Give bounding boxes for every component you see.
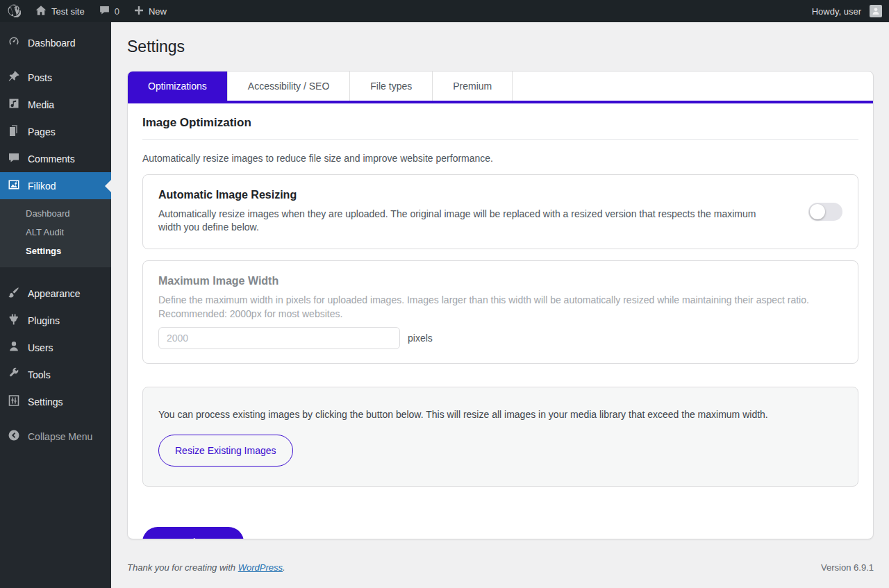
section-intro: Automatically resize images to reduce fi…	[142, 153, 858, 164]
tab-accessibility-seo[interactable]: Accessibility / SEO	[228, 72, 350, 101]
max-width-description: Define the maximum width in pixels for u…	[158, 294, 842, 321]
new-label: New	[149, 6, 167, 17]
tab-bar: Optimizations Accessibility / SEO File t…	[128, 72, 873, 101]
menu-separator	[0, 267, 111, 280]
sidebar-item-media[interactable]: Media	[0, 91, 111, 118]
comment-bubble-icon	[99, 4, 110, 18]
sidebar-item-tools[interactable]: Tools	[0, 361, 111, 388]
wordpress-link[interactable]: WordPress	[238, 562, 283, 573]
sidebar-item-users[interactable]: Users	[0, 334, 111, 361]
page-title: Settings	[127, 22, 874, 58]
paintbrush-icon	[7, 285, 21, 301]
howdy-menu[interactable]: Howdy, user	[805, 0, 889, 22]
collapse-menu-label: Collapse Menu	[28, 431, 92, 442]
settings-sliders-icon	[7, 394, 21, 410]
site-name-label: Test site	[51, 6, 85, 17]
section-heading: Image Optimization	[142, 116, 858, 140]
collapse-menu-button[interactable]: Collapse Menu	[0, 423, 111, 450]
sidebar-item-label: Users	[28, 342, 53, 353]
filikod-image-icon	[7, 178, 21, 194]
sidebar-item-pages[interactable]: Pages	[0, 118, 111, 145]
sidebar-item-label: Appearance	[28, 288, 81, 299]
toggle-knob	[810, 204, 825, 219]
max-width-card: Maximum Image Width Define the maximum w…	[142, 260, 858, 364]
sidebar-item-label: Filikod	[28, 180, 56, 192]
sidebar-item-label: Posts	[28, 72, 52, 83]
wrench-icon	[7, 367, 21, 383]
tab-file-types[interactable]: File types	[350, 72, 433, 101]
home-icon	[35, 4, 47, 19]
submenu-item-dashboard[interactable]: Dashboard	[0, 204, 111, 223]
comments-menu[interactable]: 0	[92, 0, 126, 22]
max-width-title: Maximum Image Width	[158, 275, 842, 287]
plus-icon	[133, 5, 144, 18]
sidebar-item-label: Dashboard	[28, 37, 76, 49]
admin-sidebar: Dashboard Posts Media Pages Comments	[0, 22, 111, 588]
process-existing-card: You can process existing images by click…	[142, 387, 858, 487]
sidebar-item-label: Comments	[28, 153, 75, 165]
new-content-menu[interactable]: New	[126, 0, 174, 22]
sidebar-item-label: Media	[28, 99, 54, 110]
sidebar-item-label: Plugins	[28, 315, 60, 326]
avatar	[870, 5, 882, 17]
tab-premium[interactable]: Premium	[433, 72, 513, 101]
media-icon	[7, 96, 21, 112]
tab-optimizations[interactable]: Optimizations	[128, 72, 228, 101]
admin-footer: Thank you for creating with WordPress. V…	[127, 562, 874, 573]
max-width-input[interactable]	[158, 327, 400, 349]
sidebar-item-settings[interactable]: Settings	[0, 388, 111, 415]
sidebar-item-label: Settings	[28, 396, 63, 408]
user-icon	[7, 339, 21, 355]
submenu-item-settings[interactable]: Settings	[0, 242, 111, 260]
wordpress-logo-menu[interactable]	[0, 0, 28, 22]
submenu-item-alt-audit[interactable]: ALT Audit	[0, 223, 111, 242]
plug-icon	[7, 312, 21, 328]
process-existing-description: You can process existing images by click…	[158, 408, 842, 422]
sidebar-item-label: Tools	[28, 369, 51, 380]
thanks-prefix: Thank you for creating with	[127, 562, 238, 573]
main-content: Settings Optimizations Accessibility / S…	[111, 22, 889, 588]
howdy-label: Howdy, user	[812, 6, 861, 17]
sidebar-item-label: Pages	[28, 126, 56, 137]
auto-resize-title: Automatic Image Resizing	[158, 189, 781, 201]
auto-resize-description: Automatically resize images when they ar…	[158, 208, 781, 235]
sidebar-item-appearance[interactable]: Appearance	[0, 280, 111, 307]
save-changes-button[interactable]: Save Changes	[142, 527, 244, 539]
sidebar-item-posts[interactable]: Posts	[0, 64, 111, 91]
auto-resize-card: Automatic Image Resizing Automatically r…	[142, 174, 858, 249]
dashboard-icon	[7, 35, 21, 51]
menu-separator	[0, 415, 111, 423]
sidebar-item-filikod[interactable]: Filikod	[0, 172, 111, 199]
wordpress-logo-icon	[7, 3, 21, 19]
site-name-menu[interactable]: Test site	[28, 0, 92, 22]
sidebar-item-plugins[interactable]: Plugins	[0, 307, 111, 334]
menu-separator	[0, 56, 111, 64]
sidebar-item-comments[interactable]: Comments	[0, 145, 111, 172]
auto-resize-toggle[interactable]	[808, 203, 842, 221]
comments-icon	[7, 151, 21, 167]
current-menu-arrow	[105, 180, 111, 192]
sidebar-item-dashboard[interactable]: Dashboard	[0, 29, 111, 56]
footer-thanks: Thank you for creating with WordPress.	[127, 562, 285, 573]
settings-panel: Optimizations Accessibility / SEO File t…	[127, 71, 874, 539]
thanks-suffix: .	[283, 562, 285, 573]
version-label: Version 6.9.1	[821, 562, 874, 573]
collapse-arrow-icon	[7, 428, 21, 444]
pages-icon	[7, 124, 21, 140]
filikod-submenu: Dashboard ALT Audit Settings	[0, 199, 111, 267]
admin-bar: Test site 0 New Howdy, user	[0, 0, 889, 22]
resize-existing-images-button[interactable]: Resize Existing Images	[158, 435, 293, 467]
comment-count: 0	[115, 6, 119, 17]
pixels-unit-label: pixels	[408, 333, 433, 344]
pushpin-icon	[7, 69, 21, 85]
